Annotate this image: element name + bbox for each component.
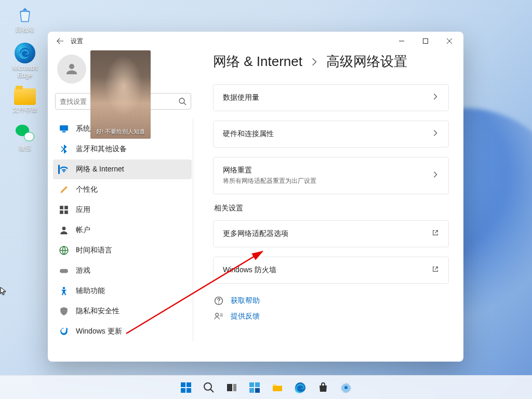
nav-gaming[interactable]: 游戏 [53, 261, 192, 281]
globe-icon [59, 246, 69, 255]
nav-time[interactable]: 时间和语言 [53, 241, 192, 260]
svg-point-14 [218, 302, 219, 303]
nav-list: 系统 蓝牙和其他设备 网络 & Internet 个性化 应用 帐户 时间和语言… [53, 119, 193, 341]
related-settings-heading: 相关设置 [214, 204, 449, 213]
back-button[interactable] [53, 34, 68, 48]
get-help-link[interactable]: 获取帮助 [213, 293, 449, 309]
main-panel: 网络 & Internet 高级网络设置 数据使用量 硬件和连接属性 [198, 50, 463, 362]
nav-system[interactable]: 系统 [53, 119, 192, 139]
svg-rect-6 [64, 206, 68, 209]
svg-rect-25 [255, 382, 260, 387]
svg-point-15 [216, 313, 219, 316]
breadcrumb-current: 高级网络设置 [326, 52, 407, 71]
recycle-bin-label: 回收站 [16, 26, 34, 33]
nav-accounts[interactable]: 帐户 [53, 220, 192, 240]
search-icon [178, 97, 187, 105]
wechat-icon[interactable]: 微信 [4, 123, 46, 152]
nav-apps[interactable]: 应用 [53, 200, 192, 220]
breadcrumb: 网络 & Internet 高级网络设置 [213, 52, 449, 71]
nav-personalization[interactable]: 个性化 [53, 180, 192, 200]
external-link-icon [432, 229, 439, 238]
bluetooth-icon [59, 144, 69, 154]
chevron-right-icon [432, 93, 439, 102]
svg-rect-3 [60, 125, 68, 130]
svg-rect-18 [187, 382, 191, 387]
store-button[interactable] [313, 377, 334, 398]
minimize-button[interactable] [390, 32, 414, 50]
apps-icon [59, 205, 69, 215]
svg-point-21 [204, 383, 211, 390]
svg-rect-27 [255, 388, 260, 393]
nav-accessibility[interactable]: 辅助功能 [53, 281, 192, 301]
svg-rect-19 [181, 388, 185, 393]
desktop-icons: 回收站 Microsoft Edge 文件存放 微信 [4, 4, 46, 152]
svg-rect-4 [62, 131, 66, 132]
feedback-icon [214, 312, 223, 321]
brush-icon [59, 185, 69, 194]
network-reset-card[interactable]: 网络重置 将所有网络适配器重置为出厂设置 [213, 157, 449, 194]
more-adapters-card[interactable]: 更多网络适配器选项 [213, 220, 449, 247]
start-button[interactable] [176, 377, 196, 398]
folder-icon[interactable]: 文件存放 [4, 88, 46, 113]
recycle-bin-icon[interactable]: 回收站 [4, 4, 46, 33]
svg-rect-11 [60, 269, 68, 273]
sidebar: 好! 不要给别人知道 系统 蓝牙和其他设备 网络 & Internet 个性化 … [48, 50, 198, 362]
svg-rect-7 [60, 210, 63, 214]
window-title: 设置 [71, 37, 83, 46]
nav-update[interactable]: Windows 更新 [53, 322, 192, 341]
accessibility-icon [59, 286, 69, 296]
breadcrumb-parent[interactable]: 网络 & Internet [213, 52, 302, 71]
person-icon [59, 225, 69, 235]
svg-rect-22 [227, 384, 232, 391]
nav-bluetooth[interactable]: 蓝牙和其他设备 [53, 139, 192, 159]
svg-rect-5 [60, 206, 63, 209]
svg-rect-17 [181, 382, 185, 387]
widgets-button[interactable] [244, 377, 265, 398]
svg-point-9 [62, 227, 66, 230]
edge-button[interactable] [290, 377, 311, 398]
explorer-button[interactable] [267, 377, 288, 398]
chevron-right-icon [432, 129, 439, 139]
svg-rect-20 [187, 388, 191, 393]
feedback-link[interactable]: 提供反馈 [213, 309, 449, 324]
svg-point-12 [63, 287, 65, 289]
folder-label: 文件存放 [12, 106, 37, 113]
settings-window: 设置 好! 不要给别人知道 系统 蓝牙和其他设备 网络 & Internet 个… [48, 32, 463, 362]
svg-point-2 [179, 98, 184, 103]
nav-privacy[interactable]: 隐私和安全性 [53, 301, 192, 321]
monitor-icon [59, 124, 69, 134]
settings-button[interactable] [336, 377, 356, 398]
svg-rect-1 [423, 39, 428, 44]
wifi-icon [59, 165, 69, 174]
svg-rect-23 [233, 384, 236, 391]
search-button[interactable] [198, 377, 219, 398]
svg-rect-8 [64, 210, 68, 214]
titlebar: 设置 [48, 32, 463, 50]
nav-network[interactable]: 网络 & Internet [53, 159, 192, 179]
wechat-label: 微信 [19, 144, 31, 152]
edge-label: Microsoft Edge [4, 64, 46, 79]
data-usage-card[interactable]: 数据使用量 [213, 84, 449, 111]
chevron-right-icon [310, 57, 319, 66]
external-link-icon [432, 265, 439, 275]
hardware-card[interactable]: 硬件和连接属性 [213, 121, 449, 148]
close-button[interactable] [437, 32, 461, 50]
chevron-right-icon [432, 171, 439, 180]
user-avatar[interactable] [57, 55, 86, 84]
taskbar [0, 375, 532, 399]
shield-icon [59, 307, 69, 316]
svg-rect-24 [249, 382, 254, 387]
firewall-card[interactable]: Windows 防火墙 [213, 257, 449, 284]
help-icon [214, 296, 223, 305]
update-icon [59, 327, 69, 336]
maximize-button[interactable] [414, 32, 437, 50]
edge-browser-icon[interactable]: Microsoft Edge [4, 43, 46, 79]
svg-rect-26 [249, 388, 254, 393]
task-view-button[interactable] [221, 377, 242, 398]
gamepad-icon [59, 266, 69, 275]
cursor-icon [0, 287, 8, 295]
